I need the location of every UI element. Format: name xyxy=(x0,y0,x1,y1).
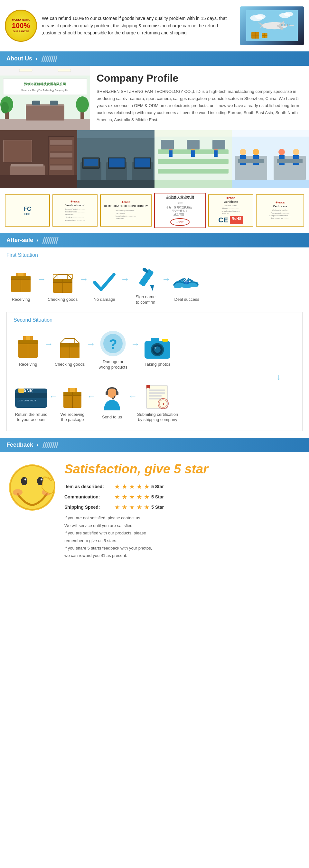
feedback-line-2: We will service until you are satisfied xyxy=(64,522,303,529)
step-sign-label: Sign nameto comfirm xyxy=(136,294,156,305)
shipping-image xyxy=(240,6,304,45)
comm-star-4: ★ xyxy=(137,493,142,501)
after-sale-label: After-sale xyxy=(6,237,33,244)
license-stamp: 工商 局章 xyxy=(170,218,190,226)
s2-receiving: Receiving xyxy=(13,334,43,367)
svg-rect-43 xyxy=(11,164,44,166)
svg-rect-118 xyxy=(15,393,47,398)
svg-point-83 xyxy=(293,149,299,155)
star-3: ★ xyxy=(129,483,135,490)
badge-bottom: GUARANTEE xyxy=(13,30,29,33)
office-img-2 xyxy=(77,130,154,188)
star-1: ★ xyxy=(114,483,120,490)
svg-point-79 xyxy=(253,149,259,155)
s2-submit: ★ Submiting certificationby shipping com… xyxy=(137,384,178,423)
item-star-count: 5 Star xyxy=(151,484,164,489)
step-receiving-label: Receiving xyxy=(11,297,30,302)
step-deal-label: Deal success xyxy=(174,297,199,302)
conform-brand: ❋FDCE xyxy=(121,201,131,204)
item-described-label: Item as described: xyxy=(64,484,113,489)
svg-rect-58 xyxy=(154,180,232,188)
money-back-badge: MONEY BACK 100% GUARANTEE xyxy=(5,10,37,42)
svg-rect-69 xyxy=(161,140,174,149)
svg-point-6 xyxy=(281,24,283,26)
s2-send: Send to us xyxy=(96,386,128,420)
about-us-chevron: › xyxy=(35,55,37,62)
second-situation-wrapper: Second Situation Receiving → xyxy=(0,312,309,438)
feedback-line-4: remember to give us 5 stars. xyxy=(64,537,303,545)
company-text-area: Company Profile SHENZHEN SHI ZHENG FAN T… xyxy=(90,66,309,130)
ship-star-1: ★ xyxy=(114,503,120,511)
company-building-image: 深圳市正帆科技发展有限公司 Shenzhen ZhengFan Technolo… xyxy=(0,66,90,130)
svg-rect-39 xyxy=(50,153,73,157)
svg-rect-85 xyxy=(238,159,264,163)
svg-rect-121 xyxy=(18,389,24,393)
certificate-section: FC FCC ❋FDCE Verification of Product Tes… xyxy=(0,188,309,233)
office-img-3 xyxy=(154,130,232,188)
svg-point-114 xyxy=(154,347,157,349)
s2-send-label: Send to us xyxy=(102,414,122,420)
svg-rect-19 xyxy=(0,119,90,130)
s2-receiving-label: Receiving xyxy=(19,362,37,367)
s2-checking: Checking goods xyxy=(55,334,85,367)
receiving-icon xyxy=(6,269,35,294)
down-arrow: ↓ xyxy=(277,372,281,382)
office-images-row xyxy=(0,130,309,188)
svg-point-140 xyxy=(21,477,27,485)
svg-rect-127 xyxy=(106,392,108,395)
verify-brand: ❋FDCE xyxy=(71,200,80,203)
svg-rect-53 xyxy=(109,158,124,167)
s2-we-receiving: We receivingthe package xyxy=(58,384,87,423)
svg-point-129 xyxy=(112,398,114,399)
svg-rect-22 xyxy=(3,79,87,95)
svg-rect-33 xyxy=(0,175,77,188)
verify-title: Verification of xyxy=(65,204,85,207)
comm-star-count: 5 Star xyxy=(151,494,164,499)
svg-point-2 xyxy=(255,14,265,19)
star-row-item: Item as described: ★ ★ ★ ★ ★ 5 Star xyxy=(64,483,303,490)
first-situation-section: First Situation Receiving → xyxy=(0,247,309,312)
svg-point-144 xyxy=(13,489,23,496)
after-sale-banner[interactable]: After-sale › xyxy=(0,233,309,247)
svg-rect-45 xyxy=(77,180,154,188)
s2-we-receiving-icon xyxy=(58,384,87,409)
license-title: 企业法人营业执照 xyxy=(166,195,194,200)
svg-rect-66 xyxy=(191,150,195,157)
company-main-image: 深圳市正帆科技发展有限公司 Shenzhen ZhengFan Technolo… xyxy=(0,66,90,130)
money-back-text: We can refund 100% to our customes if go… xyxy=(42,15,235,36)
svg-rect-56 xyxy=(135,158,150,167)
arrow-1: → xyxy=(37,274,46,284)
company-profile-title: Company Profile xyxy=(96,72,303,84)
svg-point-4 xyxy=(284,12,293,17)
svg-rect-115 xyxy=(151,338,159,342)
s2-arrow-2: → xyxy=(86,339,95,349)
company-profile-desc: SHENZHEN SHI ZHENG FAN TECHNOLOGY CO.,LT… xyxy=(96,88,303,123)
second-row-1: Receiving → Checking goods xyxy=(13,328,296,372)
svg-rect-86 xyxy=(277,159,303,163)
svg-text:?: ? xyxy=(109,337,117,351)
svg-rect-71 xyxy=(213,140,225,149)
satisfaction-title: Satisfaction, give 5 star xyxy=(64,462,303,476)
license-content: 名称：深圳市正帆科技... 登记注册人： 成立日期： xyxy=(166,206,194,217)
svg-rect-64 xyxy=(169,150,172,157)
badge-percent: 100% xyxy=(12,22,30,30)
svg-rect-17 xyxy=(19,69,32,72)
office-img-1 xyxy=(0,130,77,188)
s2-photos-label: Taking photos xyxy=(144,362,170,367)
svg-rect-21 xyxy=(26,105,64,106)
svg-rect-41 xyxy=(50,165,73,170)
feedback-chevron: › xyxy=(36,441,38,448)
feedback-banner[interactable]: Feedback › xyxy=(0,438,309,452)
comm-star-3: ★ xyxy=(129,493,135,501)
svg-rect-133 xyxy=(149,395,162,397)
first-situation-flow: Receiving → Checking xyxy=(6,263,303,307)
fcc-cert: FC FCC xyxy=(5,194,50,226)
svg-text:深圳市正帆科技发展有限公司: 深圳市正帆科技发展有限公司 xyxy=(24,82,66,86)
s2-left-arrow-2: ← xyxy=(87,392,96,402)
svg-marker-96 xyxy=(148,283,156,291)
about-us-banner[interactable]: About Us › xyxy=(0,52,309,66)
svg-point-27 xyxy=(1,102,9,114)
license-subtitle: （副本） xyxy=(175,202,185,205)
svg-rect-38 xyxy=(50,146,73,151)
svg-rect-46 xyxy=(77,130,154,138)
